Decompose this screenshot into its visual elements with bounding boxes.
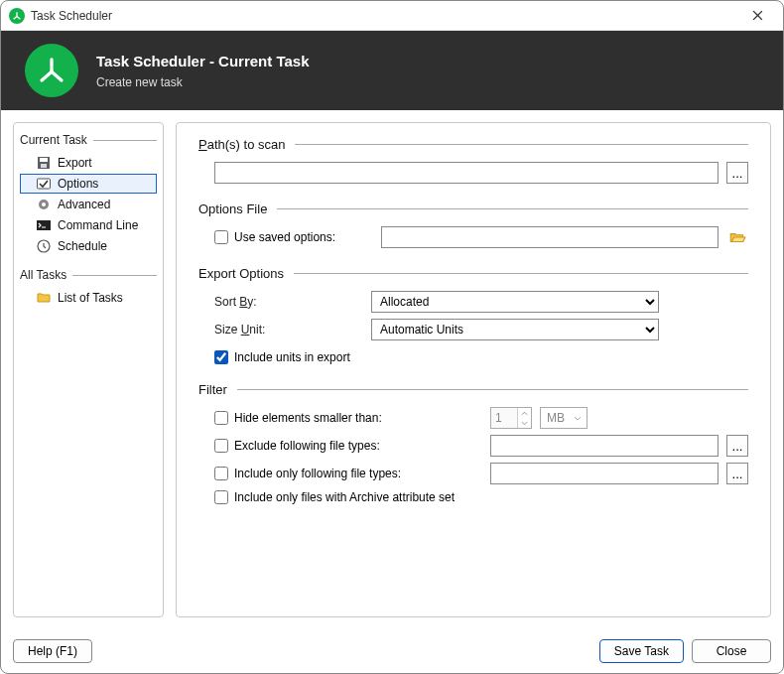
window-title: Task Scheduler (31, 9, 112, 23)
clock-icon (36, 238, 52, 254)
options-file-browse-button[interactable] (726, 226, 748, 248)
paths-browse-button[interactable]: ... (726, 162, 748, 184)
folder-open-icon (728, 228, 746, 246)
page-subtitle: Create new task (96, 75, 310, 89)
nav-item-list-of-tasks[interactable]: List of Tasks (20, 288, 157, 308)
window-close-button[interactable] (739, 2, 775, 30)
nav-item-export[interactable]: Export (20, 153, 157, 173)
hide-smaller-value-spinner[interactable] (490, 407, 532, 429)
hide-smaller-unit-select[interactable]: MB (540, 407, 588, 429)
footer: Help (F1) Save Task Close (1, 629, 783, 673)
task-scheduler-window: Task Scheduler Task Scheduler - Current … (0, 0, 784, 674)
use-saved-options-checkbox[interactable]: Use saved options: (214, 230, 335, 244)
save-icon (36, 155, 52, 171)
nav-group-current-task: Current Task (20, 133, 157, 147)
paths-input[interactable] (214, 162, 719, 184)
section-options-file-header: Options File (198, 202, 267, 216)
svg-rect-3 (38, 179, 51, 189)
include-types-browse-button[interactable]: ... (726, 463, 748, 484)
hide-smaller-checkbox[interactable]: Hide elements smaller than: (214, 411, 482, 425)
size-unit-select[interactable]: Automatic Units (371, 319, 659, 340)
nav-item-command-line[interactable]: Command Line (20, 215, 157, 235)
close-icon (752, 10, 763, 21)
svg-rect-1 (40, 158, 48, 162)
save-task-button[interactable]: Save Task (599, 639, 684, 663)
options-file-input[interactable] (381, 226, 719, 248)
terminal-icon (36, 217, 52, 233)
help-button[interactable]: Help (F1) (13, 639, 92, 663)
section-export-options-header: Export Options (198, 266, 284, 281)
nav-item-schedule[interactable]: Schedule (20, 236, 157, 256)
chevron-down-icon (571, 416, 585, 421)
section-paths: Path(s) to scan ... (198, 137, 748, 184)
folder-icon (36, 290, 52, 306)
svg-point-5 (42, 202, 46, 206)
nav-group-all-tasks: All Tasks (20, 268, 157, 282)
chevron-down-icon[interactable] (518, 418, 531, 428)
checkbox-icon (36, 176, 52, 192)
app-logo-icon (25, 44, 78, 97)
content-pane: Path(s) to scan ... Options File (176, 122, 771, 617)
size-unit-label: Size Unit: (214, 323, 363, 337)
section-paths-header: Path(s) to scan (198, 137, 285, 152)
sort-by-label: Sort By: (214, 295, 363, 309)
include-types-input[interactable] (490, 463, 719, 484)
section-filter-header: Filter (198, 382, 227, 397)
nav-item-advanced[interactable]: Advanced (20, 195, 157, 214)
exclude-types-input[interactable] (490, 435, 719, 457)
include-types-checkbox[interactable]: Include only following file types: (214, 467, 482, 480)
section-options-file: Options File Use saved options: (198, 202, 748, 248)
chevron-up-icon[interactable] (518, 408, 531, 418)
app-icon (9, 8, 25, 24)
exclude-types-browse-button[interactable]: ... (726, 435, 748, 457)
exclude-types-checkbox[interactable]: Exclude following file types: (214, 439, 482, 453)
svg-rect-6 (37, 220, 51, 230)
section-filter: Filter Hide elements smaller than: (198, 382, 748, 504)
nav-item-options[interactable]: Options (20, 174, 157, 194)
section-export-options: Export Options Sort By: Allocated Size U… (198, 266, 748, 364)
sidebar: Current Task Export Options Advanced Com… (13, 122, 164, 617)
gear-icon (36, 197, 52, 212)
header: Task Scheduler - Current Task Create new… (1, 31, 783, 110)
close-button[interactable]: Close (692, 639, 771, 663)
include-units-checkbox[interactable]: Include units in export (214, 350, 350, 364)
archive-only-checkbox[interactable]: Include only files with Archive attribut… (214, 490, 455, 504)
svg-rect-2 (41, 164, 47, 168)
page-title: Task Scheduler - Current Task (96, 53, 310, 69)
sort-by-select[interactable]: Allocated (371, 291, 659, 313)
titlebar: Task Scheduler (1, 1, 783, 31)
